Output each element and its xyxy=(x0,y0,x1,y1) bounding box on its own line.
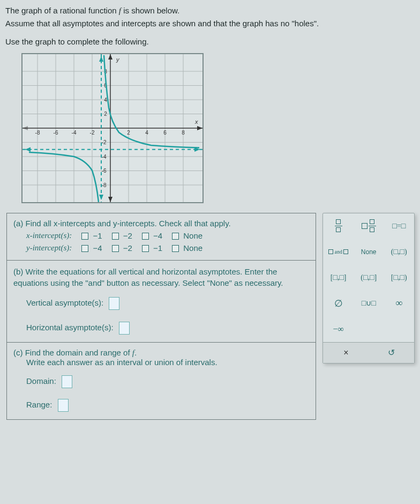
domain-input[interactable] xyxy=(62,375,72,388)
pal-neg-infinity[interactable]: −∞ xyxy=(323,316,354,342)
checkbox-icon[interactable] xyxy=(81,233,88,240)
svg-text:y: y xyxy=(116,56,120,63)
graph-panel: y x -8-6-4-2 2468 8642 -2-4-6-8 xyxy=(21,53,204,203)
svg-text:6: 6 xyxy=(163,130,167,136)
checkbox-icon[interactable] xyxy=(142,245,149,252)
pal-union[interactable]: □∪□ xyxy=(354,291,384,316)
vertical-asy-label: Vertical asymptote(s): xyxy=(26,298,103,307)
y-opt-none-label: None xyxy=(183,243,202,253)
vertical-asy-input[interactable] xyxy=(109,297,119,310)
horizontal-asy-label: Horizontal asymptote(s): xyxy=(26,323,114,332)
svg-text:-4: -4 xyxy=(72,130,77,136)
range-input[interactable] xyxy=(58,399,69,412)
svg-text:-6: -6 xyxy=(102,168,107,174)
x-opt-1-label: −1 xyxy=(93,231,102,240)
x-opt-2[interactable]: −2 xyxy=(112,231,132,240)
checkbox-icon[interactable] xyxy=(112,245,119,252)
intro-text-b: is shown below. xyxy=(121,6,179,15)
x-opt-1[interactable]: −1 xyxy=(81,231,102,240)
part-a-prompt: (a) Find all x-intercepts and y-intercep… xyxy=(13,219,309,228)
questions-table: (a) Find all x-intercepts and y-intercep… xyxy=(6,213,316,420)
rational-graph: y x -8-6-4-2 2468 8642 -2-4-6-8 xyxy=(22,54,202,202)
y-opt-3[interactable]: −1 xyxy=(142,243,162,253)
x-opt-none[interactable]: None xyxy=(172,231,202,240)
pal-none[interactable]: None xyxy=(354,239,384,265)
x-opt-3-label: −4 xyxy=(153,231,162,240)
domain-label: Domain: xyxy=(26,376,56,386)
y-opt-1-label: −4 xyxy=(93,243,102,253)
svg-marker-18 xyxy=(197,126,202,130)
svg-text:2: 2 xyxy=(127,130,130,136)
svg-marker-21 xyxy=(108,197,112,202)
pal-fraction[interactable] xyxy=(323,213,354,239)
part-c-sub: Write each answer as an interval or unio… xyxy=(26,358,309,367)
y-intercept-label: y-intercept(s): xyxy=(26,243,72,253)
part-b-cell: (b) Write the equations for all vertical… xyxy=(7,260,316,342)
svg-marker-20 xyxy=(108,54,112,60)
y-opt-none[interactable]: None xyxy=(172,243,202,253)
part-c-prompt-b: . xyxy=(134,348,137,357)
x-opt-3[interactable]: −4 xyxy=(142,231,162,240)
pal-and-label: and xyxy=(334,249,342,255)
pal-co-interval[interactable]: [□,□) xyxy=(384,265,414,291)
checkbox-icon[interactable] xyxy=(172,245,179,252)
intro-instr: Use the graph to complete the following. xyxy=(5,35,415,48)
svg-text:-2: -2 xyxy=(90,130,95,136)
pal-close-button[interactable]: × xyxy=(323,343,369,363)
svg-marker-43 xyxy=(25,147,31,152)
x-intercept-label: x-intercept(s): xyxy=(26,231,72,240)
svg-text:-4: -4 xyxy=(102,154,107,160)
pal-empty-set[interactable]: ∅ xyxy=(323,291,354,316)
y-opt-2-label: −2 xyxy=(123,243,132,253)
checkbox-icon[interactable] xyxy=(172,233,179,240)
x-opt-2-label: −2 xyxy=(123,231,132,240)
part-a-cell: (a) Find all x-intercepts and y-intercep… xyxy=(7,213,316,260)
x-opt-none-label: None xyxy=(183,231,202,240)
pal-and[interactable]: and xyxy=(323,239,354,265)
svg-text:2: 2 xyxy=(104,111,107,117)
pal-oc-interval[interactable]: (□,□] xyxy=(354,265,384,291)
pal-mixed[interactable] xyxy=(354,213,384,239)
part-c-cell: (c) Find the domain and range of f. Writ… xyxy=(7,342,316,419)
y-opt-3-label: −1 xyxy=(153,243,162,253)
svg-text:-6: -6 xyxy=(54,130,58,136)
svg-text:-8: -8 xyxy=(35,130,40,136)
part-b-prompt: (b) Write the equations for all vertical… xyxy=(13,266,309,288)
svg-text:4: 4 xyxy=(104,97,107,103)
part-c-prompt-a: (c) Find the domain and range of xyxy=(13,348,132,357)
pal-reset-button[interactable]: ↺ xyxy=(369,343,414,363)
pal-equals[interactable]: □=□ xyxy=(384,213,414,239)
svg-text:-8: -8 xyxy=(102,182,107,188)
svg-text:x: x xyxy=(194,118,198,125)
horizontal-asy-input[interactable] xyxy=(119,322,130,335)
checkbox-icon[interactable] xyxy=(81,245,88,252)
intro-assume: Assume that all asymptotes and intercept… xyxy=(5,17,415,29)
svg-text:-2: -2 xyxy=(102,139,107,145)
range-label: Range: xyxy=(26,400,52,409)
pal-closed-interval[interactable]: [□,□] xyxy=(323,265,354,291)
y-opt-1[interactable]: −4 xyxy=(81,243,102,253)
checkbox-icon[interactable] xyxy=(142,233,149,240)
symbol-palette: □=□ and None (□,□) [□,□] (□,□] [□,□) ∅ □… xyxy=(322,213,415,364)
part-c-prompt: (c) Find the domain and range of f. xyxy=(13,348,309,358)
svg-marker-19 xyxy=(22,126,28,130)
svg-marker-45 xyxy=(99,195,103,200)
checkbox-icon[interactable] xyxy=(112,233,119,240)
svg-text:8: 8 xyxy=(182,130,185,136)
svg-marker-44 xyxy=(99,56,103,62)
intro-text: The graph of a rational function xyxy=(5,6,119,15)
y-opt-2[interactable]: −2 xyxy=(112,243,132,253)
svg-text:4: 4 xyxy=(145,130,148,136)
pal-open-interval[interactable]: (□,□) xyxy=(384,239,414,265)
pal-infinity[interactable]: ∞ xyxy=(384,291,414,316)
